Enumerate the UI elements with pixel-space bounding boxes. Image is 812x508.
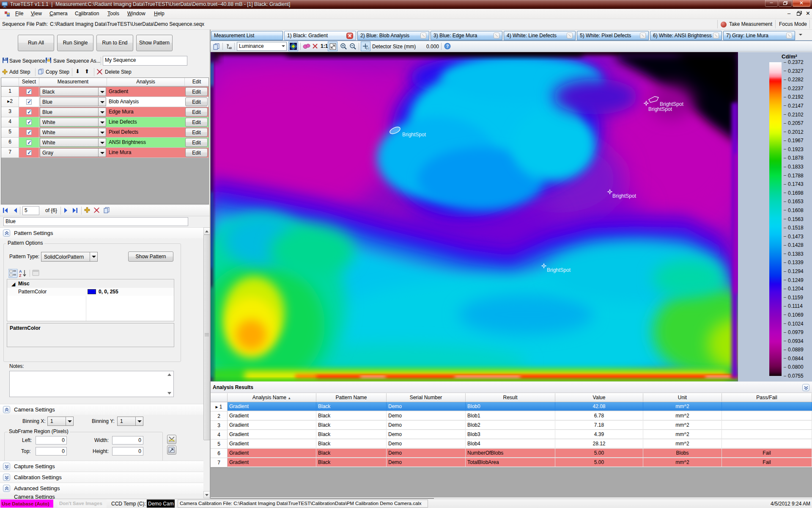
svg-text:Z: Z: [19, 273, 22, 278]
svg-text:A: A: [19, 269, 22, 273]
svg-text:BrightSpot: BrightSpot: [612, 193, 636, 199]
svg-text:9.9: 9.9: [366, 47, 369, 50]
svg-text:BrightSpot: BrightSpot: [648, 106, 672, 112]
svg-text:?: ?: [446, 44, 449, 49]
svg-text:BrightSpot: BrightSpot: [547, 267, 571, 273]
svg-text:BrightSpot: BrightSpot: [402, 132, 426, 138]
